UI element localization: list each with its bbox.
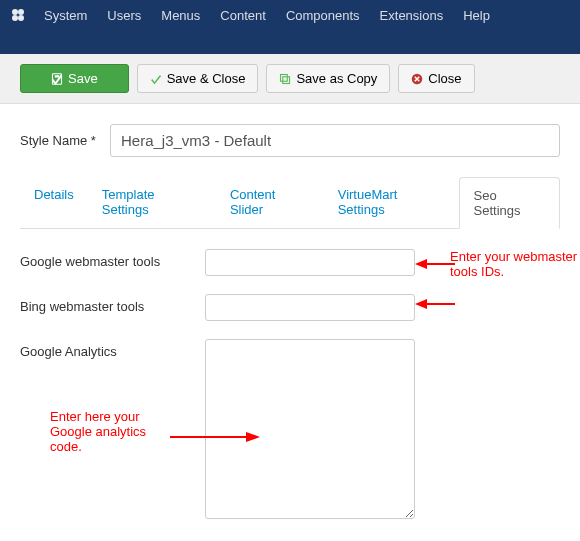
- joomla-logo-icon: [10, 7, 26, 23]
- svg-point-0: [12, 9, 18, 15]
- tab-virtuemart-settings[interactable]: VirtueMart Settings: [324, 177, 459, 228]
- check-icon: [150, 73, 162, 85]
- google-webmaster-label: Google webmaster tools: [20, 249, 205, 269]
- google-analytics-label: Google Analytics: [20, 339, 205, 359]
- save-label: Save: [68, 71, 98, 86]
- svg-marker-11: [415, 299, 427, 309]
- tab-seo-settings[interactable]: Seo Settings: [459, 177, 560, 229]
- apply-icon: [51, 73, 63, 85]
- close-button[interactable]: Close: [398, 64, 474, 93]
- top-menu-bar: System Users Menus Content Components Ex…: [0, 0, 580, 30]
- style-name-input[interactable]: [110, 124, 560, 157]
- save-copy-button[interactable]: Save as Copy: [266, 64, 390, 93]
- toolbar: Save Save & Close Save as Copy Close: [0, 54, 580, 104]
- close-icon: [411, 73, 423, 85]
- svg-point-2: [12, 15, 18, 21]
- google-webmaster-row: Google webmaster tools Enter your webmas…: [20, 249, 560, 276]
- arrow-annotation-1a: [415, 254, 455, 274]
- google-analytics-row: Google Analytics Enter here your Google …: [20, 339, 560, 519]
- arrow-annotation-1b: [415, 294, 455, 314]
- google-webmaster-input[interactable]: [205, 249, 415, 276]
- bing-webmaster-label: Bing webmaster tools: [20, 294, 205, 314]
- menu-help[interactable]: Help: [453, 8, 500, 23]
- svg-marker-9: [415, 259, 427, 269]
- menu-content[interactable]: Content: [210, 8, 276, 23]
- copy-icon: [279, 73, 291, 85]
- menu-components[interactable]: Components: [276, 8, 370, 23]
- arrow-annotation-2: [170, 427, 260, 447]
- close-label: Close: [428, 71, 461, 86]
- menu-users[interactable]: Users: [97, 8, 151, 23]
- style-name-label: Style Name *: [20, 133, 110, 148]
- svg-rect-5: [281, 74, 288, 81]
- save-button[interactable]: Save: [20, 64, 129, 93]
- save-copy-label: Save as Copy: [296, 71, 377, 86]
- svg-point-1: [18, 9, 24, 15]
- tabs-container: Details Template Settings Content Slider…: [20, 177, 560, 229]
- bing-webmaster-input[interactable]: [205, 294, 415, 321]
- menu-extensions[interactable]: Extensions: [370, 8, 454, 23]
- tab-details[interactable]: Details: [20, 177, 88, 228]
- title-bar: [0, 30, 580, 54]
- menu-system[interactable]: System: [34, 8, 97, 23]
- save-close-button[interactable]: Save & Close: [137, 64, 259, 93]
- annotation-analytics: Enter here your Google analytics code.: [50, 409, 180, 454]
- annotation-webmaster: Enter your webmaster tools IDs.: [450, 249, 580, 279]
- svg-marker-13: [246, 432, 260, 442]
- content-area: Style Name * Details Template Settings C…: [0, 104, 580, 541]
- save-close-label: Save & Close: [167, 71, 246, 86]
- tab-template-settings[interactable]: Template Settings: [88, 177, 216, 228]
- style-name-row: Style Name *: [20, 124, 560, 157]
- menu-menus[interactable]: Menus: [151, 8, 210, 23]
- svg-rect-6: [283, 76, 290, 83]
- svg-point-3: [18, 15, 24, 21]
- tab-content-slider[interactable]: Content Slider: [216, 177, 324, 228]
- bing-webmaster-row: Bing webmaster tools: [20, 294, 560, 321]
